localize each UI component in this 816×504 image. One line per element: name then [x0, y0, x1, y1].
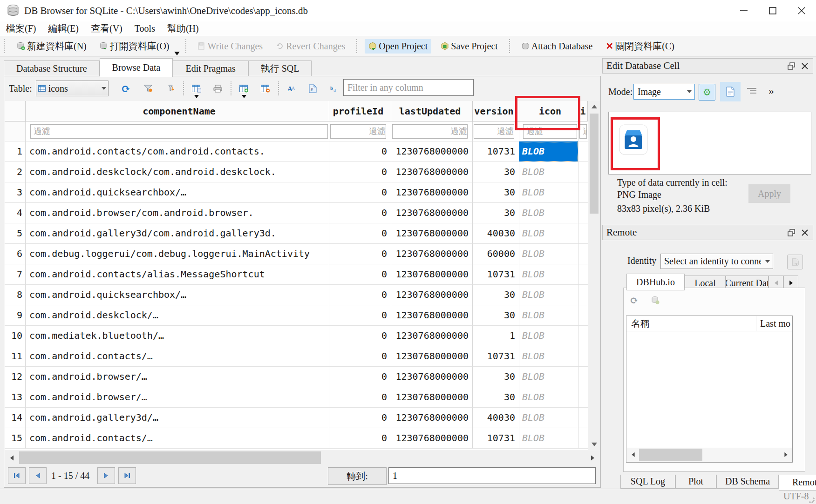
cell-profileId[interactable]: 0	[329, 428, 391, 449]
cell-profileId[interactable]: 0	[329, 223, 391, 244]
cell-version[interactable]: 30	[473, 285, 519, 305]
cell-lastUpdated[interactable]: 1230768000000	[391, 264, 473, 285]
cell-lastUpdated[interactable]: 1230768000000	[391, 285, 473, 305]
corner-header-cell[interactable]	[5, 101, 26, 121]
close-panel-icon[interactable]	[802, 63, 808, 69]
cell-lastUpdated[interactable]: 1230768000000	[391, 244, 473, 264]
cell-icon-blob[interactable]: BLOB	[519, 326, 578, 346]
cell-version[interactable]: 30	[473, 367, 519, 387]
cell-icon-blob[interactable]: BLOB	[519, 244, 578, 264]
cell-icon-blob[interactable]: BLOB	[519, 203, 578, 223]
cell-componentName[interactable]: com.android.gallery3d/…	[26, 408, 329, 428]
column-header-partial[interactable]: i	[578, 101, 588, 121]
cell-partial[interactable]	[578, 387, 588, 408]
cell-componentName[interactable]: com.android.gallery3d/com.android.galler…	[26, 223, 329, 244]
cell-lastUpdated[interactable]: 1230768000000	[391, 346, 473, 367]
close-panel-icon[interactable]	[802, 229, 808, 236]
vertical-scrollbar-thumb[interactable]	[590, 114, 598, 214]
table-select[interactable]: icons	[36, 81, 109, 96]
word-wrap-button[interactable]	[746, 87, 757, 98]
delete-record-button[interactable]	[258, 82, 272, 95]
scroll-down-button[interactable]	[588, 439, 600, 450]
cell-version[interactable]: 30	[473, 162, 519, 182]
revert-changes-button[interactable]: Revert Changes	[272, 39, 349, 54]
more-tools-button[interactable]: »	[768, 85, 774, 97]
cell-partial[interactable]	[578, 326, 588, 346]
cell-icon-blob[interactable]: BLOB	[519, 305, 578, 326]
cell-partial[interactable]	[578, 285, 588, 305]
new-record-button[interactable]	[237, 82, 251, 95]
row-number[interactable]: 2	[5, 162, 26, 182]
cell-lastUpdated[interactable]: 1230768000000	[391, 428, 473, 449]
menu-edit[interactable]: 編輯(E)	[42, 21, 85, 36]
open-project-button[interactable]: Open Project	[365, 39, 431, 54]
cell-version[interactable]: 1	[473, 326, 519, 346]
cell-profileId[interactable]: 0	[329, 387, 391, 408]
float-panel-icon[interactable]	[788, 229, 795, 236]
row-number[interactable]: 9	[5, 305, 26, 326]
open-database-button[interactable]: 打開資料庫(O)	[96, 38, 173, 54]
tab-remote[interactable]: Remote	[779, 475, 816, 491]
cell-partial[interactable]	[578, 428, 588, 449]
cell-version[interactable]: 30	[473, 182, 519, 203]
filter-any-column-input[interactable]	[343, 79, 474, 96]
cell-partial[interactable]	[578, 244, 588, 264]
cell-version[interactable]: 10731	[473, 264, 519, 285]
goto-record-input[interactable]	[388, 467, 596, 484]
cell-version[interactable]: 40030	[473, 408, 519, 428]
upload-database-button[interactable]	[787, 255, 803, 269]
cell-lastUpdated[interactable]: 1230768000000	[391, 182, 473, 203]
refresh-button[interactable]: ⟳	[119, 82, 133, 95]
cell-lastUpdated[interactable]: 1230768000000	[391, 367, 473, 387]
cell-icon-blob[interactable]: BLOB	[519, 387, 578, 408]
horizontal-scrollbar-thumb[interactable]	[639, 449, 702, 461]
row-number[interactable]: 6	[5, 244, 26, 264]
horizontal-scrollbar[interactable]	[5, 450, 599, 465]
cell-lastUpdated[interactable]: 1230768000000	[391, 162, 473, 182]
cell-version[interactable]: 30	[473, 305, 519, 326]
insert-record-options-button[interactable]	[190, 82, 204, 95]
cell-partial[interactable]	[578, 346, 588, 367]
save-filter-button[interactable]	[163, 82, 177, 95]
previous-page-button[interactable]	[29, 467, 47, 484]
row-number[interactable]: 8	[5, 285, 26, 305]
column-header-version[interactable]: version	[473, 101, 519, 121]
cell-componentName[interactable]: com.mediatek.bluetooth/…	[26, 326, 329, 346]
identity-select[interactable]: Select an identity to conne	[660, 254, 773, 269]
cell-icon-blob[interactable]: BLOB	[519, 182, 578, 203]
cell-icon-blob[interactable]: BLOB	[519, 264, 578, 285]
dropdown-arrow-icon[interactable]	[242, 95, 246, 98]
float-panel-icon[interactable]	[788, 62, 795, 70]
cell-lastUpdated[interactable]: 1230768000000	[391, 203, 473, 223]
cell-version[interactable]: 40030	[473, 223, 519, 244]
next-page-button[interactable]	[97, 467, 115, 484]
cell-version[interactable]: 10731	[473, 346, 519, 367]
cell-profileId[interactable]: 0	[329, 162, 391, 182]
cell-profileId[interactable]: 0	[329, 203, 391, 223]
filter-componentName[interactable]: 過濾	[26, 121, 329, 141]
bold-format-button[interactable]: AA	[285, 82, 299, 95]
cell-profileId[interactable]: 0	[329, 326, 391, 346]
cell-lastUpdated[interactable]: 1230768000000	[391, 408, 473, 428]
cell-profileId[interactable]: 0	[329, 264, 391, 285]
cell-profileId[interactable]: 0	[329, 305, 391, 326]
scroll-left-button[interactable]	[5, 450, 19, 465]
cell-icon-blob[interactable]: BLOB	[519, 428, 578, 449]
cell-icon-blob[interactable]: BLOB	[519, 162, 578, 182]
cell-componentName[interactable]: com.android.contacts/com.android.contact…	[26, 141, 329, 162]
write-changes-button[interactable]: Write Changes	[194, 39, 267, 54]
cell-componentName[interactable]: com.debug.loggerui/com.debug.loggerui.Ma…	[26, 244, 329, 264]
horizontal-scrollbar-thumb[interactable]	[19, 451, 321, 464]
maximize-button[interactable]	[758, 0, 787, 21]
goto-button[interactable]: 轉到:	[328, 467, 387, 485]
remote-clone-button[interactable]	[651, 296, 660, 306]
row-number[interactable]: 5	[5, 223, 26, 244]
cell-lastUpdated[interactable]: 1230768000000	[391, 387, 473, 408]
cell-partial[interactable]	[578, 182, 588, 203]
cell-componentName[interactable]: com.android.browser/…	[26, 367, 329, 387]
new-database-button[interactable]: 新建資料庫(N)	[13, 38, 90, 54]
filter-lastUpdated[interactable]: 過濾	[391, 121, 473, 141]
cell-lastUpdated[interactable]: 1230768000000	[391, 141, 473, 162]
clear-filters-button[interactable]	[141, 82, 155, 95]
cell-componentName[interactable]: com.android.browser/…	[26, 387, 329, 408]
